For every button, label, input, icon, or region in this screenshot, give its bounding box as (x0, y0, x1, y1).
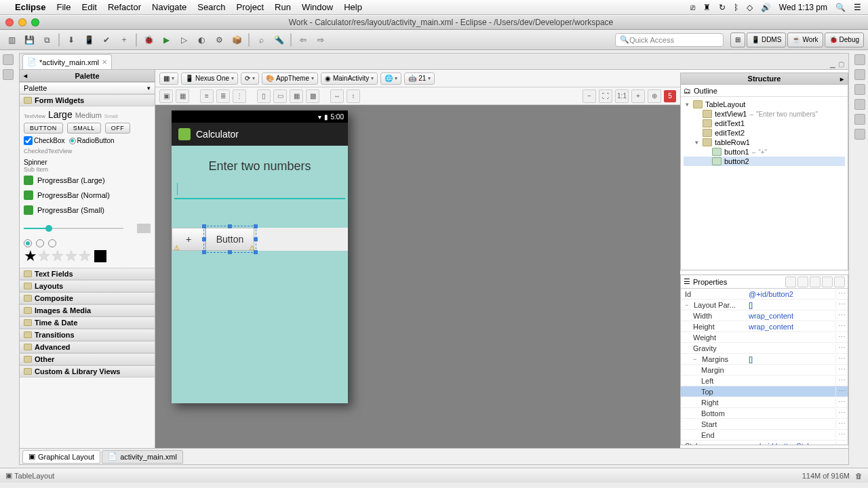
sdk-manager-button[interactable]: ⬇ (64, 33, 79, 47)
menu-file[interactable]: File (57, 2, 71, 12)
save-button[interactable]: 💾 (22, 33, 37, 47)
zoom-100-button[interactable]: 1:1 (615, 89, 629, 103)
bluetooth-icon[interactable]: ᛒ (734, 3, 738, 12)
widget-progressbar-small[interactable]: ProgressBar (Small) (24, 203, 151, 218)
collapse-palette-icon[interactable]: ◂ (24, 72, 27, 79)
align-left-button[interactable]: ≡ (200, 89, 214, 103)
task-list-icon[interactable] (854, 54, 865, 65)
menu-window[interactable]: Window (302, 2, 333, 12)
coverage-button[interactable]: ◐ (194, 33, 209, 47)
menu-refactor[interactable]: Refactor (108, 2, 141, 12)
textview-title[interactable]: Enter two numbers (172, 151, 348, 182)
toggle-viewport-button[interactable]: ▣ (159, 89, 173, 103)
lint-warning-icon[interactable]: ⚠ (249, 244, 255, 251)
outline-node-tablelayout[interactable]: ▾TableLayout (684, 100, 845, 109)
zoom-real-button[interactable]: ⊕ (648, 89, 661, 103)
palette-cat-other[interactable]: Other (20, 353, 155, 365)
wrap-height-button[interactable]: ↕ (347, 89, 360, 103)
outline-node-edittext1[interactable]: editText1 (684, 119, 845, 128)
props-sort-button[interactable] (785, 277, 796, 287)
property-row[interactable]: Widthwrap_content⋯ (681, 310, 848, 321)
widget-subitem[interactable]: Sub Item (24, 166, 151, 173)
forward-button[interactable]: ⇨ (313, 33, 328, 47)
maximize-editor-icon[interactable]: ▢ (838, 60, 844, 68)
menu-help[interactable]: Help (344, 2, 362, 12)
design-canvas[interactable]: ▾ ▮ 5:00 Calculator Enter two numbers (155, 105, 680, 448)
palette-cat-transitions[interactable]: Transitions (20, 329, 155, 341)
button-plus[interactable]: + ⚠ (172, 228, 205, 251)
edittext-2[interactable] (174, 203, 345, 222)
problems-icon[interactable] (854, 69, 865, 80)
orientation-button[interactable]: ⟳▾ (241, 73, 259, 85)
props-filter-button[interactable] (810, 277, 821, 287)
close-window-button[interactable] (5, 18, 14, 26)
outline-node-edittext2[interactable]: editText2 (684, 128, 845, 138)
palette-cat-time-date[interactable]: Time & Date (20, 317, 155, 329)
widget-toggle-off[interactable]: OFF (105, 123, 131, 134)
console-icon[interactable] (854, 114, 865, 125)
table-row-1[interactable]: + ⚠ Button (172, 228, 348, 251)
widget-small-button[interactable]: SMALL (67, 123, 101, 134)
wrap-width-button[interactable]: ↔ (330, 89, 344, 103)
toggle-clipping-button[interactable]: ▦ (176, 89, 189, 103)
property-row[interactable]: Start⋯ (681, 419, 848, 430)
expand-button[interactable]: ▩ (306, 89, 319, 103)
volume-icon[interactable]: 🔊 (761, 3, 771, 12)
vpn-icon[interactable]: ♜ (703, 3, 711, 12)
widget-progressbar-normal[interactable]: ProgressBar (Normal) (24, 188, 151, 203)
notification-center-icon[interactable]: ☰ (854, 3, 861, 12)
close-tab-icon[interactable]: ✕ (102, 58, 107, 66)
props-add-button[interactable] (822, 277, 833, 287)
collapse-structure-icon[interactable]: ▸ (840, 75, 844, 83)
perspective-debug[interactable]: 🐞Debug (825, 33, 864, 47)
activity-selector[interactable]: ◉MainActivity▾ (321, 73, 378, 85)
property-row[interactable]: End⋯ (681, 430, 848, 441)
align-center-button[interactable]: ≣ (216, 89, 230, 103)
align-right-button[interactable]: ⋮ (233, 89, 246, 103)
javadoc-icon[interactable] (854, 84, 865, 95)
logcat-icon[interactable] (854, 129, 865, 140)
property-row[interactable]: Margin⋯ (681, 365, 848, 375)
config-button[interactable]: ▦▾ (159, 73, 178, 85)
menu-run[interactable]: Run (275, 2, 291, 12)
widget-large-text[interactable]: Large (48, 109, 73, 120)
pack-button[interactable]: ▦ (290, 89, 303, 103)
zoom-window-button[interactable] (31, 18, 39, 26)
hierarchy-icon[interactable] (3, 69, 14, 80)
property-row[interactable]: Left⋯ (681, 375, 848, 386)
props-alpha-button[interactable] (797, 277, 808, 287)
outline-node-textview[interactable]: textView1 – "Enter two numbers" (684, 109, 845, 119)
run-button[interactable]: ▶ (159, 33, 174, 47)
property-row[interactable]: Bottom⋯ (681, 408, 848, 419)
app-menu[interactable]: Eclipse (15, 2, 46, 12)
property-row[interactable]: Weight⋯ (681, 332, 848, 343)
new-package-button[interactable]: 📦 (229, 33, 244, 47)
zoom-in-button[interactable]: + (631, 89, 645, 103)
widget-medium-text[interactable]: Medium (75, 111, 102, 119)
tab-xml-source[interactable]: 📄 activity_main.xml (102, 450, 183, 464)
palette-cat-images-media[interactable]: Images & Media (20, 304, 155, 317)
palette-dropdown[interactable]: Palette▾ (20, 82, 155, 94)
property-row[interactable]: Gravity⋯ (681, 343, 848, 354)
sync-icon[interactable]: ↻ (719, 3, 726, 12)
locale-selector[interactable]: 🌐▾ (380, 73, 401, 85)
open-type-button[interactable]: ⌕ (254, 33, 269, 47)
distribute-v-button[interactable]: ▭ (273, 89, 287, 103)
lint-warning-icon[interactable]: ⚠ (174, 244, 180, 251)
api-selector[interactable]: 🤖21▾ (404, 73, 435, 85)
outline-node-button2[interactable]: button2 (684, 157, 845, 166)
debug-button[interactable]: 🐞 (141, 33, 156, 47)
property-row[interactable]: Top⋯ (681, 386, 848, 397)
minimize-editor-icon[interactable]: ▁ (830, 60, 835, 68)
package-explorer-icon[interactable] (3, 54, 14, 65)
back-button[interactable]: ⇦ (296, 33, 311, 47)
open-perspective-button[interactable]: ⊞ (730, 33, 745, 47)
palette-cat-custom[interactable]: Custom & Library Views (20, 365, 155, 378)
declaration-icon[interactable] (854, 99, 865, 110)
menu-project[interactable]: Project (237, 2, 264, 12)
theme-selector[interactable]: 🎨AppTheme▾ (262, 73, 318, 85)
palette-cat-composite[interactable]: Composite (20, 292, 155, 304)
screen-share-icon[interactable]: ⎚ (690, 3, 695, 12)
palette-cat-layouts[interactable]: Layouts (20, 280, 155, 292)
tab-graphical-layout[interactable]: ▣ Graphical Layout (22, 450, 100, 464)
